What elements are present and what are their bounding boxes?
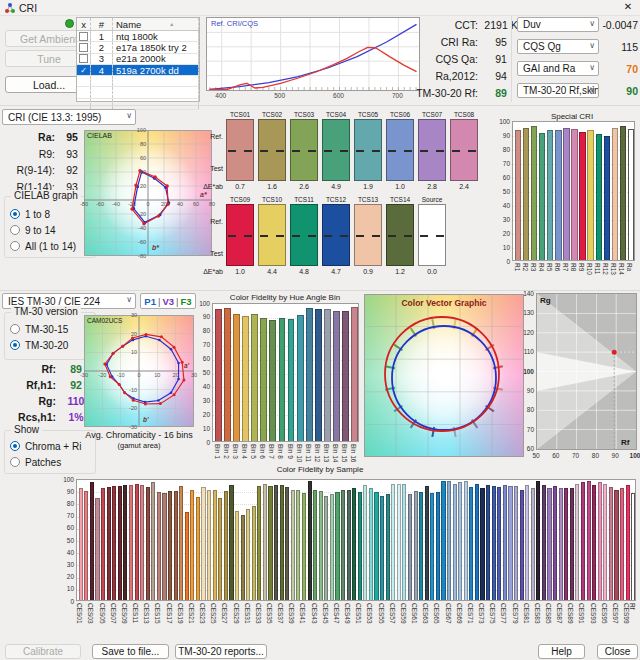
spectrum-x-tick: 600 bbox=[331, 92, 347, 100]
chevron-down-icon: ∨ bbox=[126, 111, 132, 120]
button-help[interactable]: Help bbox=[538, 644, 585, 659]
x-tick-label: CES15 bbox=[154, 603, 161, 637]
y-tick-label: 50 bbox=[495, 188, 510, 195]
table-cell bbox=[91, 76, 113, 86]
radio-button[interactable] bbox=[10, 225, 20, 235]
bar bbox=[514, 486, 518, 600]
report-link-f3[interactable]: F3 bbox=[181, 296, 192, 307]
app-icon bbox=[4, 2, 16, 14]
tcs-swatch bbox=[226, 204, 254, 266]
swatch-divider-dash bbox=[292, 235, 300, 237]
bar bbox=[563, 128, 569, 260]
bar bbox=[179, 486, 183, 600]
radio-cielab-0[interactable]: 1 to 8 bbox=[10, 208, 94, 220]
y-tick-label: 20 bbox=[195, 411, 210, 418]
row-checkbox[interactable] bbox=[79, 54, 88, 63]
spectrum-x-tick: 500 bbox=[272, 92, 288, 100]
tcs-swatch bbox=[226, 119, 254, 181]
sample-table: x#Name▲1ntq 1800k2e17a 1850k try 23e21a … bbox=[76, 17, 200, 102]
close-icon[interactable]: ✕ bbox=[620, 1, 636, 14]
table-row[interactable] bbox=[77, 87, 199, 98]
table-row[interactable]: 2e17a 1850k try 2 bbox=[77, 42, 199, 53]
bar bbox=[603, 484, 607, 600]
bar bbox=[333, 311, 340, 441]
link-separator: | bbox=[176, 296, 178, 307]
selector-dropdown[interactable]: CQS Qg∨ bbox=[517, 39, 599, 54]
radio-button[interactable] bbox=[10, 441, 20, 451]
sample-fidelity-chart bbox=[76, 479, 636, 601]
y-tick-label: 30 bbox=[495, 216, 510, 223]
bar bbox=[280, 485, 284, 600]
bar bbox=[101, 488, 105, 600]
x-tick-label: CES55 bbox=[377, 603, 384, 637]
x-tick-label: CES27 bbox=[221, 603, 228, 637]
bar bbox=[84, 491, 88, 600]
radio-tm30-version-0[interactable]: TM-30-15 bbox=[10, 323, 94, 335]
bar bbox=[79, 488, 83, 600]
table-header-cell[interactable]: x bbox=[77, 18, 91, 30]
radio-button[interactable] bbox=[10, 340, 20, 350]
radio-cielab-2[interactable]: All (1 to 14) bbox=[10, 240, 94, 252]
bar bbox=[555, 130, 561, 260]
table-header-cell[interactable]: Name▲ bbox=[113, 18, 199, 30]
metric-label: CQS Qa: bbox=[368, 53, 478, 64]
x-tick-label: CES11 bbox=[132, 603, 139, 637]
swatch-divider-dash bbox=[420, 150, 428, 152]
selector-dropdown[interactable]: Duv∨ bbox=[517, 17, 599, 32]
radio-button[interactable] bbox=[10, 457, 20, 467]
table-row[interactable]: 3e21a 2000k bbox=[77, 54, 199, 65]
bar bbox=[531, 488, 535, 600]
table-row[interactable]: 1ntq 1800k bbox=[77, 31, 199, 42]
tcs-name: TCS09 bbox=[224, 196, 256, 204]
x-tick-label: R6 bbox=[553, 263, 560, 289]
bar bbox=[380, 496, 384, 600]
radio-show-1[interactable]: Patches bbox=[10, 456, 94, 468]
table-row[interactable] bbox=[77, 76, 199, 87]
radio-button[interactable] bbox=[10, 241, 20, 251]
button-tm-30-20-reports-[interactable]: TM-30-20 reports... bbox=[175, 644, 267, 659]
cielab-y-tick: 20 bbox=[134, 183, 146, 189]
radio-button[interactable] bbox=[10, 324, 20, 334]
tm30-value-label: Rcs,h1: bbox=[0, 411, 56, 422]
button-close[interactable]: Close bbox=[597, 644, 638, 659]
report-link-v3[interactable]: V3 bbox=[162, 296, 174, 307]
selector-dropdown[interactable]: GAI and Ra∨ bbox=[517, 61, 599, 76]
bar bbox=[341, 490, 345, 600]
table-cell bbox=[113, 76, 199, 86]
y-tick-label: 70 bbox=[59, 512, 74, 519]
delta-e-value: 4.4 bbox=[256, 268, 288, 276]
radio-label: 9 to 14 bbox=[25, 225, 56, 236]
bar bbox=[542, 485, 546, 600]
selector-dropdown[interactable]: TM-30-20 Rf,skin∨ bbox=[517, 83, 599, 98]
radio-cielab-1[interactable]: 9 to 14 bbox=[10, 224, 94, 236]
row-checkbox[interactable] bbox=[79, 43, 88, 52]
rf-x-tick: 90 bbox=[608, 452, 622, 459]
table-cell: 2 bbox=[91, 42, 113, 52]
bar bbox=[218, 498, 222, 600]
tcs-name: TCS08 bbox=[448, 111, 480, 119]
tcs-name: Source bbox=[416, 196, 448, 204]
bar bbox=[291, 490, 295, 600]
selector-value: 90 bbox=[598, 85, 638, 96]
cielab-y-tick: 100 bbox=[134, 127, 146, 133]
radio-button[interactable] bbox=[10, 209, 20, 219]
cam02-x-tick: 10 bbox=[151, 372, 163, 378]
x-tick-label: CES51 bbox=[355, 603, 362, 637]
cri-method-dropdown[interactable]: CRI (CIE 13.3: 1995)∨ bbox=[2, 109, 136, 125]
x-tick-label: Bin 1 bbox=[214, 444, 221, 472]
bar bbox=[201, 487, 205, 600]
metric-label: CRI Ra: bbox=[368, 36, 478, 47]
bar bbox=[430, 493, 434, 600]
x-tick-label: CES81 bbox=[522, 603, 529, 637]
button-save-to-file-[interactable]: Save to file... bbox=[92, 644, 169, 659]
table-header-cell[interactable]: # bbox=[91, 18, 113, 30]
bar bbox=[235, 511, 239, 600]
report-link-p1[interactable]: P1 bbox=[144, 296, 156, 307]
bar bbox=[308, 481, 312, 600]
x-tick-label: Bin 3 bbox=[232, 444, 239, 472]
table-row[interactable]: ✓4519a 2700k dd bbox=[77, 65, 199, 76]
test-label: Test bbox=[190, 165, 223, 173]
radio-tm30-version-1[interactable]: TM-30-20 bbox=[10, 339, 94, 351]
cam02-y-tick: -20 bbox=[125, 405, 137, 411]
row-checkbox[interactable] bbox=[79, 32, 88, 41]
